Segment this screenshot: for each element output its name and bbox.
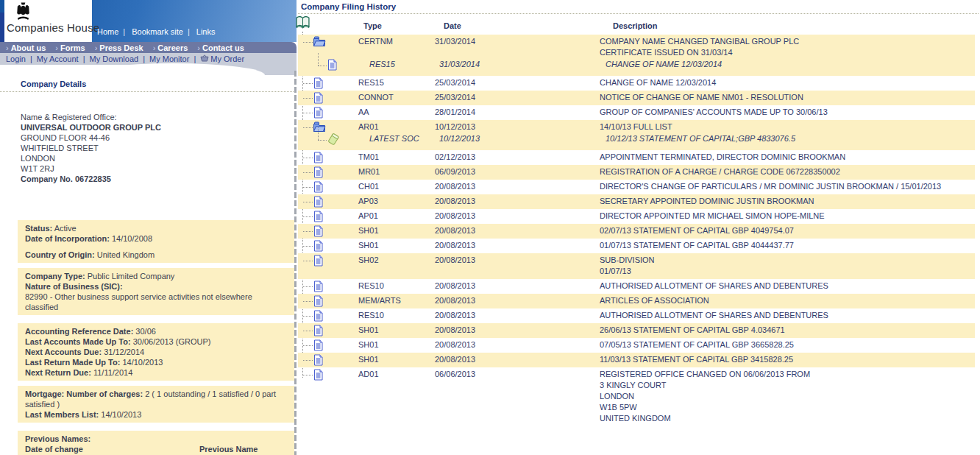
filing-date: 20/08/2013 (435, 181, 600, 192)
company-type-box: Company Type: Public Limited CompanyNatu… (18, 268, 294, 315)
filing-row[interactable]: SH0120/08/201307/05/13 STATEMENT OF CAPI… (298, 338, 975, 353)
nav-careers[interactable]: ›Careers (153, 43, 188, 52)
document-icon[interactable] (313, 181, 324, 196)
filing-type: SH02 (358, 255, 435, 277)
statement-of-capital-icon[interactable] (327, 133, 340, 149)
info-line: Next Accounts Due: 31/12/2014 (25, 347, 287, 357)
filing-type: AD01 (358, 369, 435, 424)
description-line: REGISTRATION OF A CHARGE / CHARGE CODE 0… (600, 166, 975, 177)
filing-row[interactable]: AA28/01/2014GROUP OF COMPANIES' ACCOUNTS… (298, 105, 975, 120)
tree-branch-line (318, 53, 319, 66)
filing-type: RES10 (358, 281, 435, 292)
top-nav: Home|Bookmark site|Links (97, 27, 215, 36)
document-icon[interactable] (313, 281, 324, 295)
document-icon[interactable] (313, 339, 324, 354)
filing-description: ARTICLES OF ASSOCIATION (600, 295, 975, 306)
tree-branch-line (303, 127, 313, 128)
tree-cell (298, 310, 358, 321)
nav-forms[interactable]: ›Forms (55, 43, 85, 52)
filing-date: 06/09/2013 (435, 166, 600, 177)
previous-name-date: Date of change (25, 444, 199, 454)
info-line: Last Return Made Up To: 14/10/2013 (25, 357, 287, 367)
info-text: Accounting Reference Date: (25, 327, 133, 336)
document-icon[interactable] (313, 310, 324, 325)
tree-branch-line (303, 246, 313, 247)
nav-bookmark-site[interactable]: Bookmark site (132, 27, 183, 36)
header-swoosh (81, 63, 265, 87)
document-icon[interactable] (313, 354, 324, 369)
document-icon[interactable] (313, 107, 324, 121)
filing-row-line: TM0102/12/2013APPOINTMENT TERMINATED, DI… (298, 150, 975, 165)
folder-open-icon[interactable] (313, 36, 326, 51)
info-line: 82990 - Other business support service a… (25, 292, 287, 312)
tree-branch-line (303, 98, 313, 99)
tree-cell (298, 107, 358, 118)
filing-row[interactable]: AD0106/06/2013REGISTERED OFFICE CHANGED … (298, 367, 975, 426)
filing-row[interactable]: AP0320/08/2013SECRETARY APPOINTED DOMINI… (298, 194, 975, 209)
filing-type: AP03 (358, 196, 435, 207)
document-icon[interactable] (313, 196, 324, 211)
nav-contact-us[interactable]: ›Contact us (197, 43, 244, 52)
document-icon[interactable] (313, 225, 324, 240)
description-line: UNITED KINGDOM (600, 413, 975, 424)
nav-my-monitor[interactable]: My Monitor (149, 54, 189, 63)
nav-login[interactable]: Login (6, 54, 26, 63)
document-icon[interactable] (313, 240, 324, 255)
filing-row[interactable]: SH0120/08/201326/06/13 STATEMENT OF CAPI… (298, 323, 975, 338)
filing-row[interactable]: RES1020/08/2013AUTHORISED ALLOTMENT OF S… (298, 279, 975, 294)
nav-about-us[interactable]: ›About us (6, 43, 46, 52)
nav-home[interactable]: Home (97, 27, 118, 36)
filing-row[interactable]: CERTNM31/03/2014COMPANY NAME CHANGED TAN… (298, 35, 975, 76)
nav-my-account[interactable]: My Account (37, 54, 79, 63)
document-icon[interactable] (313, 77, 324, 92)
document-icon[interactable] (313, 152, 324, 166)
filing-row[interactable]: SH0120/08/201301/07/13 STATEMENT OF CAPI… (298, 239, 975, 253)
description-line: SUB-DIVISION (600, 255, 975, 266)
filing-description: COMPANY NAME CHANGED TANGIBAL GROUP PLCC… (600, 36, 975, 58)
filing-row[interactable]: AP0120/08/2013DIRECTOR APPOINTED MR MICH… (298, 209, 975, 224)
filing-row[interactable]: SH0120/08/201311/03/13 STATEMENT OF CAPI… (298, 353, 975, 367)
filing-description: 01/07/13 STATEMENT OF CAPITAL GBP 404443… (600, 240, 975, 251)
filing-row[interactable]: SH0120/08/201302/07/13 STATEMENT OF CAPI… (298, 224, 975, 239)
filing-row-line: AP0320/08/2013SECRETARY APPOINTED DOMINI… (298, 194, 975, 209)
filing-date: 20/08/2013 (435, 295, 600, 306)
document-icon[interactable] (313, 369, 324, 384)
document-icon[interactable] (313, 325, 324, 339)
filing-row[interactable]: MR0106/09/2013REGISTRATION OF A CHARGE /… (298, 165, 975, 180)
description-line: 10/12/13 STATEMENT OF CAPITAL;GBP 483307… (606, 133, 975, 144)
document-icon[interactable] (327, 59, 338, 74)
info-text: 14/10/2013 (99, 410, 141, 419)
tree-cell (298, 339, 358, 350)
document-icon[interactable] (313, 166, 324, 181)
previous-names-box: Previous Names:Date of changePrevious Na… (18, 431, 294, 455)
tree-column-spacer (298, 21, 358, 30)
tree-branch-line (303, 231, 313, 232)
filing-row[interactable]: SH0220/08/2013SUB-DIVISION01/07/13 (298, 253, 975, 279)
description-line: LONDON (600, 391, 975, 402)
filing-row[interactable]: AR0110/12/201314/10/13 FULL LISTLATEST S… (298, 120, 975, 150)
info-text: Next Accounts Due: (25, 348, 102, 356)
column-header-type: Type (358, 21, 435, 30)
document-icon[interactable] (313, 92, 324, 107)
document-icon[interactable] (313, 255, 324, 269)
filing-description: REGISTERED OFFICE CHANGED ON 06/06/2013 … (600, 369, 975, 424)
document-icon[interactable] (313, 211, 324, 225)
filing-row[interactable]: RES1020/08/2013AUTHORISED ALLOTMENT OF S… (298, 308, 975, 323)
chevron-right-icon: › (55, 43, 58, 52)
description-line: 02/07/13 STATEMENT OF CAPITAL GBP 404975… (600, 225, 975, 236)
filing-row[interactable]: CH0120/08/2013DIRECTOR'S CHANGE OF PARTI… (298, 180, 975, 194)
tree-cell (298, 36, 358, 58)
filing-type: RES15 (358, 77, 435, 88)
description-line: 26/06/13 STATEMENT OF CAPITAL GBP 4.0346… (600, 325, 975, 336)
filing-row[interactable]: MEM/ARTS20/08/2013ARTICLES OF ASSOCIATIO… (298, 294, 975, 308)
nav-links[interactable]: Links (196, 27, 216, 36)
filing-row[interactable]: RES1525/03/2014CHANGE OF NAME 12/03/2014 (298, 76, 975, 91)
nav-my-order[interactable]: My Order (200, 54, 244, 63)
nav-press-desk[interactable]: ›Press Desk (95, 43, 143, 52)
document-icon[interactable] (313, 295, 324, 310)
filing-row[interactable]: CONNOT25/03/2014NOTICE OF CHANGE OF NAME… (298, 91, 975, 105)
nav-my-download[interactable]: My Download (90, 54, 139, 63)
info-text: Active (52, 224, 76, 233)
filing-row[interactable]: TM0102/12/2013APPOINTMENT TERMINATED, DI… (298, 150, 975, 165)
filing-type: RES10 (358, 310, 435, 321)
